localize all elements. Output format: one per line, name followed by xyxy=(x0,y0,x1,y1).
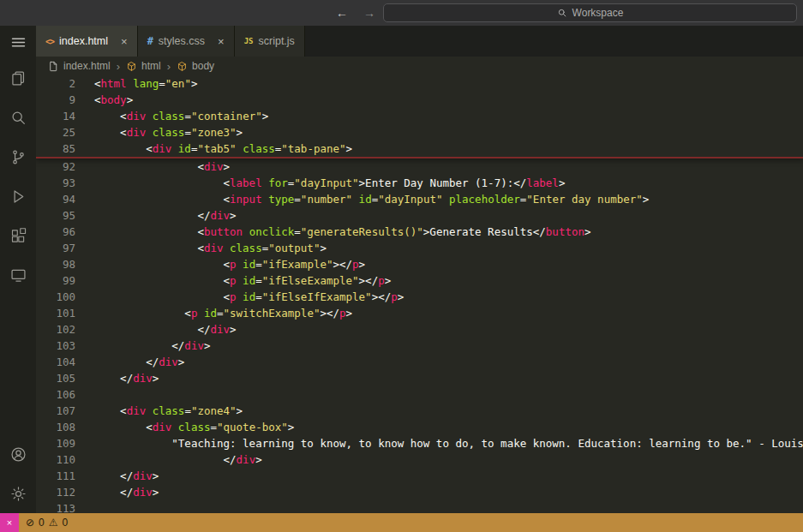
activity-item-remote-explorer[interactable] xyxy=(0,255,36,295)
line-number: 101 xyxy=(36,305,75,321)
remote-indicator[interactable]: × xyxy=(0,513,19,532)
code-area[interactable]: 92 <div>93 <label for="dayInput">Enter D… xyxy=(36,158,803,513)
code-line: 106 xyxy=(36,386,803,403)
breadcrumb-item-html[interactable]: html xyxy=(126,60,161,72)
editor[interactable]: 2<html lang="en">9<body>14 <div class="c… xyxy=(36,75,803,513)
code-line: 93 <label for="dayInput">Enter Day Numbe… xyxy=(36,175,803,191)
code-line-content: <p id="ifElseExample"></p> xyxy=(75,272,391,289)
code-line: 104 </div> xyxy=(36,354,803,370)
tab-index.html[interactable]: <>index.html× xyxy=(36,26,138,57)
css-file-icon: # xyxy=(147,35,153,47)
forward-arrow-icon[interactable]: → xyxy=(363,6,375,20)
command-center-label: Workspace xyxy=(572,7,624,19)
line-number: 108 xyxy=(36,419,75,435)
code-line-content: <p id="switchExample"></p> xyxy=(75,305,352,321)
code-line: 95 </div> xyxy=(36,207,803,224)
line-number: 95 xyxy=(36,207,75,224)
line-number: 14 xyxy=(36,108,75,124)
code-line-content: </div> xyxy=(75,354,184,370)
code-line: 111 </div> xyxy=(36,468,803,484)
explorer-icon xyxy=(9,69,27,87)
line-number: 113 xyxy=(36,500,75,513)
activity-item-search[interactable] xyxy=(0,98,36,137)
editor-column: <>index.html×#styles.css×JSscript.js ind… xyxy=(36,26,803,513)
sticky-code-line: 2<html lang="en"> xyxy=(36,75,803,92)
code-line-content: <div class="zone4"> xyxy=(75,403,243,419)
error-count: 0 xyxy=(39,517,45,529)
sticky-code-line: 14 <div class="container"> xyxy=(36,108,803,124)
code-line-content: <html lang="en"> xyxy=(75,75,197,92)
line-number: 99 xyxy=(36,272,75,289)
code-line-content: <div class="output"> xyxy=(75,240,327,256)
sticky-scroll: 2<html lang="en">9<body>14 <div class="c… xyxy=(36,75,803,158)
tab-label: index.html xyxy=(59,35,108,47)
breadcrumb-separator-icon: › xyxy=(117,60,120,73)
tab-bar: <>index.html×#styles.css×JSscript.js xyxy=(36,26,803,57)
activity-bar-bottom xyxy=(0,434,36,513)
html-symbol-icon xyxy=(126,61,137,72)
line-number: 2 xyxy=(36,75,75,92)
status-bar: × ⊘ 0 ⚠ 0 xyxy=(0,513,803,532)
main-row: <>index.html×#styles.css×JSscript.js ind… xyxy=(0,26,803,513)
problems-status[interactable]: ⊘ 0 ⚠ 0 xyxy=(26,517,68,529)
code-line-content: "Teaching: learning to know, to know how… xyxy=(75,435,803,451)
line-number: 9 xyxy=(36,92,75,108)
code-line-content: <label for="dayInput">Enter Day Number (… xyxy=(75,175,565,191)
line-number: 94 xyxy=(36,191,75,207)
source-control-icon xyxy=(9,148,27,166)
activity-item-menu[interactable] xyxy=(0,26,36,58)
code-line-content: <button onclick="generateResults()">Gene… xyxy=(75,224,591,240)
tab-script.js[interactable]: JSscript.js xyxy=(235,26,305,57)
code-line: 110 </div> xyxy=(36,451,803,468)
code-line-content: <p id="ifElseIfExample"></p> xyxy=(75,289,404,305)
command-center[interactable]: Workspace xyxy=(383,3,797,22)
activity-bar xyxy=(0,26,36,513)
tab-label: script.js xyxy=(258,35,294,47)
line-number: 107 xyxy=(36,403,75,419)
code-line: 102 </div> xyxy=(36,321,803,338)
code-line-content: </div> xyxy=(75,484,159,500)
line-number: 96 xyxy=(36,224,75,240)
line-number: 109 xyxy=(36,435,75,451)
breadcrumb-label: html xyxy=(141,60,161,72)
close-tab-icon[interactable]: × xyxy=(121,35,128,48)
code-line: 103 </div> xyxy=(36,338,803,354)
code-line-content: </div> xyxy=(75,370,159,386)
breadcrumb-item-index.html[interactable]: index.html xyxy=(48,60,111,72)
activity-item-explorer[interactable] xyxy=(0,58,36,98)
line-number: 106 xyxy=(36,386,75,403)
back-arrow-icon[interactable]: ← xyxy=(336,6,348,20)
line-number: 104 xyxy=(36,354,75,370)
activity-item-extensions[interactable] xyxy=(0,216,36,255)
code-line: 94 <input type="number" id="dayInput" pl… xyxy=(36,191,803,207)
activity-item-account[interactable] xyxy=(0,434,36,474)
line-number: 25 xyxy=(36,124,75,140)
code-line: 108 <div class="quote-box"> xyxy=(36,419,803,435)
account-icon xyxy=(9,445,27,463)
code-line: 105 </div> xyxy=(36,370,803,386)
remote-explorer-icon xyxy=(9,266,27,284)
code-line: 112 </div> xyxy=(36,484,803,500)
code-line-content: </div> xyxy=(75,321,237,338)
extensions-icon xyxy=(9,227,27,245)
code-line-content: <p id="ifExample"></p> xyxy=(75,256,365,272)
code-line: 109 "Teaching: learning to know, to know… xyxy=(36,435,803,451)
errors-icon: ⊘ xyxy=(26,517,34,529)
nav-arrows: ← → xyxy=(336,0,375,26)
activity-item-settings-gear[interactable] xyxy=(0,474,36,513)
sticky-code-line: 85 <div id="tab5" class="tab-pane"> xyxy=(36,140,803,157)
line-number: 111 xyxy=(36,468,75,484)
code-line-content: </div> xyxy=(75,451,262,468)
activity-item-source-control[interactable] xyxy=(0,137,36,176)
activity-item-run-debug[interactable] xyxy=(0,176,36,216)
code-line-content: <body> xyxy=(75,92,133,108)
breadcrumb-item-body[interactable]: body xyxy=(177,60,214,72)
tab-styles.css[interactable]: #styles.css× xyxy=(138,26,235,57)
code-line-content xyxy=(75,500,94,513)
line-number: 85 xyxy=(36,140,75,157)
run-debug-icon xyxy=(9,188,27,206)
close-tab-icon[interactable]: × xyxy=(218,35,225,48)
file-icon xyxy=(48,61,59,72)
code-line-content: <div class="zone3"> xyxy=(75,124,243,140)
code-line: 107 <div class="zone4"> xyxy=(36,403,803,419)
